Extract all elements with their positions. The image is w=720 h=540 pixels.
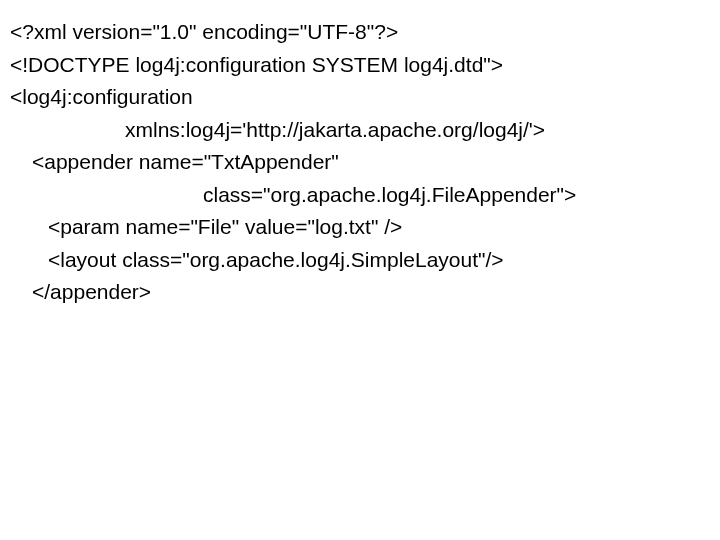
code-line: </appender> [10, 276, 710, 309]
code-line: <?xml version="1.0" encoding="UTF-8"?> [10, 16, 710, 49]
code-line: <param name="File" value="log.txt" /> [10, 211, 710, 244]
xml-code-block: <?xml version="1.0" encoding="UTF-8"?> <… [0, 0, 720, 309]
code-line: <layout class="org.apache.log4j.SimpleLa… [10, 244, 710, 277]
code-line: <!DOCTYPE log4j:configuration SYSTEM log… [10, 49, 710, 82]
code-line: class="org.apache.log4j.FileAppender"> [10, 179, 710, 212]
code-line: <log4j:configuration [10, 81, 710, 114]
code-line: <appender name="TxtAppender" [10, 146, 710, 179]
code-line: xmlns:log4j='http://jakarta.apache.org/l… [10, 114, 710, 147]
